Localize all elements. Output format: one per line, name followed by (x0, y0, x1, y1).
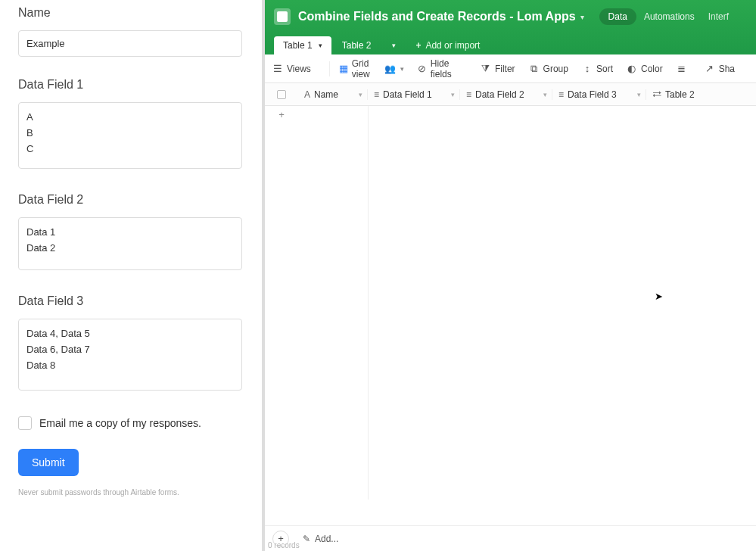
chevron-down-icon[interactable]: ▾ (400, 65, 404, 73)
magic-wand-icon: ✎ (303, 534, 310, 544)
column-name[interactable]: AName▾ (298, 89, 368, 100)
long-text-icon: ≡ (374, 89, 379, 100)
email-me-checkbox[interactable] (18, 416, 32, 430)
mouse-cursor-icon: ➤ (655, 291, 663, 302)
tab-table-2[interactable]: Table 2 ▾ (333, 36, 406, 54)
email-me-label: Email me a copy of my responses. (39, 417, 201, 429)
empty-grid-background (265, 106, 756, 525)
tab-table-1[interactable]: Table 1 ▾ (274, 36, 331, 54)
sort-button[interactable]: ↕Sort (582, 63, 613, 74)
link-icon: ⮂ (652, 89, 661, 100)
data-field-2-label: Data Field 2 (18, 193, 244, 207)
form-pane: Name Data Field 1 A B C Data Field 2 Dat… (0, 0, 265, 551)
color-icon: ◐ (627, 63, 637, 74)
plus-icon: + (415, 40, 421, 51)
data-field-3-textarea[interactable]: Data 4, Data 5 Data 6, Data 7 Data 8 (18, 319, 242, 391)
add-row[interactable]: + (265, 106, 756, 123)
hide-fields-button[interactable]: ⊘Hide fields (418, 58, 467, 79)
filter-button[interactable]: ⧩Filter (481, 63, 515, 75)
filter-icon: ⧩ (481, 63, 491, 75)
nav-automations[interactable]: Automations (644, 11, 695, 22)
eye-off-icon: ⊘ (418, 63, 427, 74)
group-button[interactable]: ⧉Group (529, 63, 568, 75)
add-extension-button[interactable]: ✎Add... (303, 534, 338, 544)
hamburger-icon: ☰ (272, 63, 283, 74)
app-title[interactable]: Combine Fields and Create Records - Lom … (298, 10, 576, 23)
text-field-icon: A (304, 89, 310, 100)
data-field-1-textarea[interactable]: A B C (18, 102, 242, 169)
chevron-down-icon[interactable]: ▾ (319, 42, 322, 49)
tab-table-2-label: Table 2 (342, 40, 372, 51)
column-table-2[interactable]: ⮂Table 2 (646, 89, 737, 100)
nav-interfaces[interactable]: Interf (708, 11, 729, 22)
grid-footer: + ✎Add... (265, 525, 756, 551)
column-data-field-3[interactable]: ≡Data Field 3▾ (552, 89, 646, 100)
data-field-1-label: Data Field 1 (18, 78, 244, 92)
form-disclaimer: Never submit passwords through Airtable … (18, 488, 244, 497)
grid-view-selector[interactable]: ▦ Grid view 👥 ▾ (339, 58, 404, 79)
people-icon: 👥 (384, 64, 396, 74)
select-all-checkbox[interactable] (277, 90, 286, 99)
tab-add-or-import[interactable]: + Add or import (406, 36, 489, 54)
column-data-field-2[interactable]: ≡Data Field 2▾ (460, 89, 552, 100)
long-text-icon: ≡ (466, 89, 471, 100)
email-me-row[interactable]: Email me a copy of my responses. (18, 416, 244, 430)
app-icon (274, 8, 291, 25)
data-field-3-label: Data Field 3 (18, 294, 244, 308)
plus-icon[interactable]: + (265, 109, 298, 120)
long-text-icon: ≡ (558, 89, 564, 100)
column-data-field-1[interactable]: ≡Data Field 1▾ (368, 89, 460, 100)
chevron-down-icon[interactable]: ▾ (451, 91, 455, 98)
data-field-2-textarea[interactable]: Data 1 Data 2 (18, 217, 242, 270)
name-input[interactable] (18, 30, 242, 57)
views-button[interactable]: ☰Views (272, 63, 322, 74)
column-header-row: AName▾ ≡Data Field 1▾ ≡Data Field 2▾ ≡Da… (265, 83, 756, 106)
share-icon: ↗ (705, 63, 715, 74)
nav-data[interactable]: Data (599, 8, 636, 25)
view-toolbar: ☰Views ▦ Grid view 👥 ▾ ⊘Hide fields ⧩Fil… (265, 54, 756, 83)
chevron-down-icon[interactable]: ▾ (580, 13, 584, 21)
row-height-icon: ≣ (677, 63, 687, 74)
airtable-pane: Combine Fields and Create Records - Lom … (265, 0, 756, 551)
grid-icon: ▦ (339, 63, 348, 74)
chevron-down-icon[interactable]: ▾ (637, 91, 641, 98)
chevron-down-icon[interactable]: ▾ (359, 91, 362, 98)
records-count: 0 records (268, 541, 300, 549)
tab-add-label: Add or import (425, 40, 480, 51)
share-button[interactable]: ↗Sha (705, 63, 735, 74)
chevron-down-icon[interactable]: ▾ (392, 42, 396, 49)
grid-body[interactable]: + ➤ + ✎Add... 0 records (265, 106, 756, 551)
app-header: Combine Fields and Create Records - Lom … (265, 0, 756, 54)
submit-button[interactable]: Submit (18, 449, 79, 476)
group-icon: ⧉ (529, 63, 540, 75)
chevron-down-icon[interactable]: ▾ (543, 91, 547, 98)
name-label: Name (18, 6, 244, 20)
row-height-button[interactable]: ≣ (677, 63, 691, 74)
select-all-column[interactable] (265, 90, 298, 99)
sort-icon: ↕ (582, 63, 593, 74)
tab-table-1-label: Table 1 (283, 40, 313, 51)
color-button[interactable]: ◐Color (627, 63, 663, 74)
